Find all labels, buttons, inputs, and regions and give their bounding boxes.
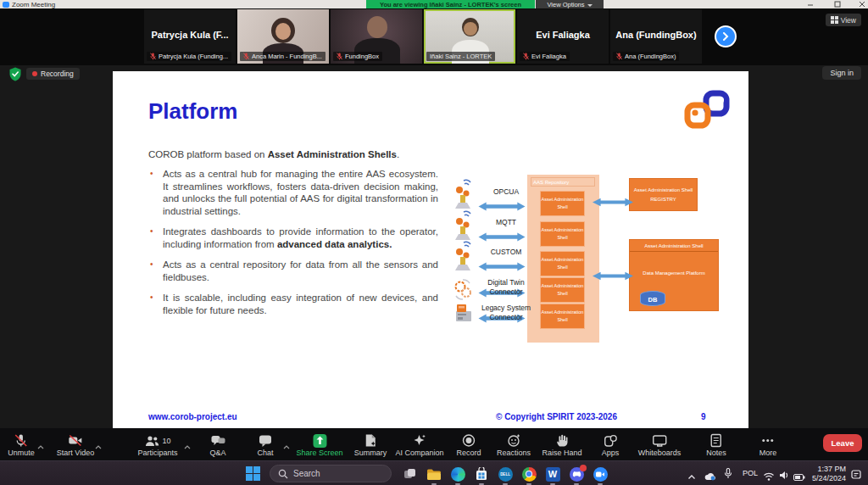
window-title: Zoom Meeting [12,1,55,8]
digital-twin-icon [452,278,475,304]
zoom-app-icon [3,2,9,8]
aas-shell-box: Asset Administration Shell [540,277,585,303]
participant-tile-inaki[interactable]: Iñaki Sainz - LORTEK [424,9,515,64]
raised-hand-icon [542,432,581,449]
minimize-button[interactable] [807,1,814,8]
presentation-slide: Platform COROB platform based on Asset A… [113,71,748,428]
search-box[interactable]: Search [270,465,392,482]
whiteboards-button[interactable]: Whiteboards [638,432,682,457]
camera-off-icon [57,432,94,449]
tray-expand-chevron[interactable] [688,468,696,483]
participant-label: Patrycja Kula (Funding... [147,52,231,61]
participants-options-chevron[interactable] [184,438,191,453]
shared-screen-area: Recording Sign in Platform COROB platfor… [0,65,868,428]
aas-shell-box: Asset Administration Shell [540,191,585,216]
close-button[interactable] [859,1,865,8]
search-icon [278,469,288,479]
more-dots-icon [760,432,777,449]
wifi-icon[interactable] [764,469,775,484]
view-options-button[interactable]: View Options [536,0,604,8]
notification-center-icon[interactable] [851,468,861,483]
security-shield-icon[interactable] [8,67,22,85]
sparkle-icon [395,432,443,449]
start-video-button[interactable]: Start Video [57,432,94,457]
notes-button[interactable]: Notes [706,432,726,457]
sign-in-button[interactable]: Sign in [822,66,861,80]
share-screen-button[interactable]: Share Screen [296,432,342,457]
microsoft-store-icon[interactable] [473,465,490,482]
participant-tile-patrycja[interactable]: Patrycja Kula (F... Patrycja Kula (Fundi… [144,9,236,64]
aas-shell-box: Asset Administration Shell [540,221,585,247]
unmute-button[interactable]: Unmute [8,432,35,457]
record-icon [456,432,481,449]
next-participants-button[interactable] [715,25,737,47]
db-cylinder: DB [640,291,665,306]
chrome-browser-icon[interactable] [520,465,537,482]
whiteboard-icon [638,432,682,449]
word-app-icon[interactable]: W [544,465,561,482]
dell-app-icon[interactable]: DELL [497,465,514,482]
ai-companion-button[interactable]: AI Companion [395,432,443,457]
legacy-system-icon [452,303,475,328]
participant-tile-anca[interactable]: Anca Marin - FundingB... [237,9,329,64]
raise-hand-button[interactable]: Raise Hand [542,432,581,457]
dmp-header: Asset Administration Shell [630,240,718,252]
task-view-button[interactable] [402,465,419,482]
participants-button[interactable]: 10 Participants [137,432,177,457]
participant-name: Evi Faliagka [517,30,609,40]
aas-shell-box: Asset Administration Shell [540,251,585,276]
participant-name: Ana (FundingBox) [610,30,702,40]
double-arrow [476,199,528,215]
start-button[interactable] [245,465,261,482]
tray-time: 1:37 PM [812,465,846,474]
qa-bubbles-icon [209,432,225,449]
edge-browser-icon[interactable] [449,465,466,482]
dmp-body: Data Management Platform [630,270,718,276]
unmute-options-chevron[interactable] [37,438,44,453]
onedrive-cloud-icon[interactable] [704,469,716,484]
recording-indicator[interactable]: Recording [26,68,80,80]
chat-options-chevron[interactable] [283,438,290,453]
participant-label: Iñaki Sainz - LORTEK [426,52,495,61]
file-explorer-icon[interactable] [426,465,442,482]
window-title-area: Zoom Meeting [3,0,55,8]
speaker-icon[interactable] [779,468,789,483]
apps-button[interactable]: Apps [602,432,620,457]
more-button[interactable]: More [760,432,777,457]
participant-label: Evi Faliagka [520,52,570,61]
record-button[interactable]: Record [456,432,481,457]
tray-date: 5/24/2024 [812,474,846,483]
discord-app-icon[interactable] [568,465,585,482]
share-screen-icon [313,434,326,448]
reactions-button[interactable]: Reactions [497,432,531,457]
zoom-app-taskbar-icon[interactable] [592,465,609,482]
tray-microphone-icon[interactable] [725,467,732,482]
window-titlebar: Zoom Meeting You are viewing Iñaki Sainz… [0,0,868,8]
chevron-down-icon [587,4,593,7]
video-options-chevron[interactable] [95,438,102,453]
robot-arm-icon [452,240,475,277]
zoom-meeting-window: Zoom Meeting You are viewing Iñaki Sainz… [0,0,868,485]
clock[interactable]: 1:37 PM 5/24/2024 [812,465,846,482]
summary-doc-icon [354,432,387,449]
participant-tile-fundingbox[interactable]: FundingBox [331,9,422,64]
qa-button[interactable]: Q&A [209,432,225,457]
mic-muted-icon [243,53,249,60]
participant-label: Ana (FundingBox) [613,52,679,61]
participant-label: FundingBox [333,52,382,61]
leave-button[interactable]: Leave [823,434,862,452]
battery-icon[interactable] [793,469,805,484]
connector-label: OPCUA [476,187,537,197]
view-layout-button[interactable]: View [826,14,861,26]
chat-button[interactable]: Chat [257,432,273,457]
language-indicator[interactable]: POL [743,469,758,477]
avatar [367,16,387,38]
maximize-button[interactable] [834,1,841,8]
mic-muted-icon [337,53,342,60]
dmp-box: Asset Administration Shell Data Manageme… [629,239,719,311]
slide-footer-website[interactable]: www.corob-project.eu [148,412,237,421]
participants-icon: 10 [137,432,177,449]
summary-button[interactable]: Summary [354,432,387,457]
participant-tile-ana[interactable]: Ana (FundingBox) Ana (FundingBox) [610,9,702,64]
participant-tile-evi[interactable]: Evi Faliagka Evi Faliagka [517,9,609,64]
